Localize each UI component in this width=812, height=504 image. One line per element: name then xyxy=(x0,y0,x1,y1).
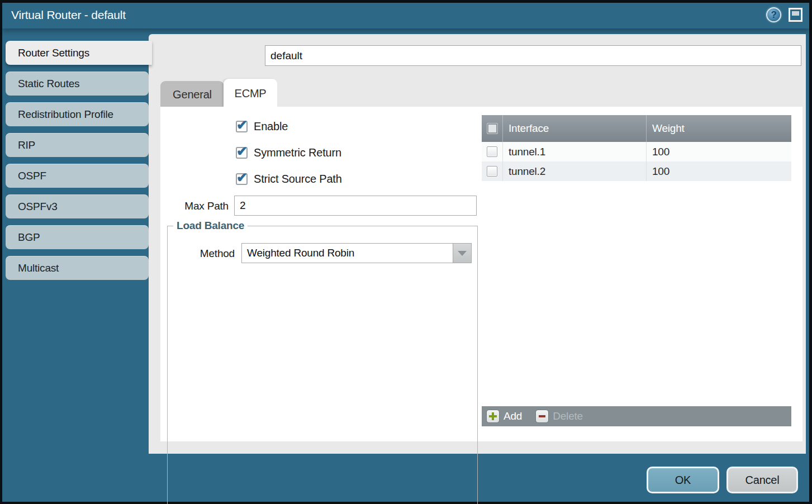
virtual-router-dialog: Virtual Router - default ? Router Settin… xyxy=(2,3,809,502)
enable-checkbox[interactable] xyxy=(236,121,248,132)
enable-label: Enable xyxy=(254,120,288,133)
content-panel: Name General ECMP ✔ Enable ✔ Symmetric R… xyxy=(149,34,806,454)
sidebar-item-multicast[interactable]: Multicast xyxy=(6,256,149,280)
table-row[interactable]: tunnel.2 100 xyxy=(482,161,791,181)
strict-source-path-label: Strict Source Path xyxy=(254,173,342,186)
load-balance-legend: Load Balance xyxy=(173,220,248,232)
table-body: tunnel.1 100 tunnel.2 100 xyxy=(482,142,791,406)
chevron-down-icon xyxy=(458,251,467,256)
row-checkbox-cell xyxy=(482,161,503,181)
help-icon[interactable]: ? xyxy=(766,7,781,22)
sidebar-item-bgp[interactable]: BGP xyxy=(6,225,149,249)
max-path-input[interactable] xyxy=(234,196,477,216)
max-path-label: Max Path xyxy=(160,200,229,212)
sidebar-item-redistribution-profile[interactable]: Redistribution Profile xyxy=(6,102,149,126)
ok-button[interactable]: OK xyxy=(647,467,719,493)
method-selected-value: Weighted Round Robin xyxy=(247,247,354,259)
delete-button[interactable]: Delete xyxy=(535,410,583,423)
select-all-checkbox[interactable] xyxy=(487,123,498,134)
table-row[interactable]: tunnel.1 100 xyxy=(482,142,791,161)
interface-column-header[interactable]: Interface xyxy=(503,115,647,142)
weight-cell: 100 xyxy=(647,142,791,161)
titlebar: Virtual Router - default ? xyxy=(2,3,809,28)
add-button-label: Add xyxy=(504,410,522,422)
interface-cell: tunnel.2 xyxy=(503,161,647,181)
interface-cell: tunnel.1 xyxy=(503,142,647,161)
sidebar-item-ospfv3[interactable]: OSPFv3 xyxy=(6,194,149,218)
method-dropdown[interactable]: Weighted Round Robin xyxy=(241,243,472,263)
delete-icon xyxy=(535,410,549,423)
ecmp-tab-page: ✔ Enable ✔ Symmetric Return ✔ Strict Sou… xyxy=(160,107,802,441)
weight-cell: 100 xyxy=(647,161,791,181)
symmetric-return-label: Symmetric Return xyxy=(254,146,341,159)
symmetric-return-checkbox[interactable] xyxy=(236,147,248,159)
cancel-button[interactable]: Cancel xyxy=(726,467,798,493)
sidebar-item-rip[interactable]: RIP xyxy=(6,133,149,157)
weight-column-header[interactable]: Weight xyxy=(647,115,791,142)
sidebar-item-static-routes[interactable]: Static Routes xyxy=(6,72,149,96)
dialog-title: Virtual Router - default xyxy=(11,8,126,22)
sidebar: Router Settings Static Routes Redistribu… xyxy=(2,37,151,502)
method-label: Method xyxy=(166,248,235,260)
tab-general[interactable]: General xyxy=(160,81,224,107)
table-footer: Add Delete xyxy=(482,406,791,426)
header-checkbox-cell xyxy=(482,115,503,142)
sidebar-item-ospf[interactable]: OSPF xyxy=(6,164,149,188)
interface-table: Interface Weight tunnel.1 100 xyxy=(482,115,791,426)
row-checkbox[interactable] xyxy=(487,166,497,177)
name-input[interactable] xyxy=(265,45,801,66)
add-icon xyxy=(486,410,500,423)
delete-button-label: Delete xyxy=(553,410,583,422)
add-button[interactable]: Add xyxy=(486,410,522,423)
window-restore-icon[interactable] xyxy=(789,8,802,22)
method-dropdown-button[interactable] xyxy=(453,244,471,263)
strict-source-path-checkbox[interactable] xyxy=(236,173,248,185)
row-checkbox-cell xyxy=(482,142,503,161)
tab-ecmp[interactable]: ECMP xyxy=(224,79,277,107)
row-checkbox[interactable] xyxy=(487,146,497,157)
table-header: Interface Weight xyxy=(482,115,791,142)
sidebar-item-router-settings[interactable]: Router Settings xyxy=(6,41,152,65)
